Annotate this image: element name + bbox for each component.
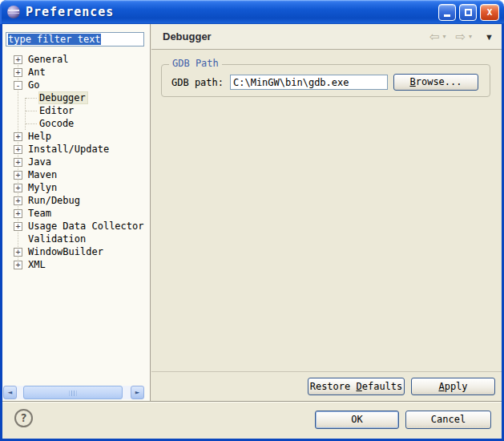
help-icon[interactable]: ?: [14, 409, 33, 427]
expand-icon[interactable]: +: [14, 248, 22, 257]
tree-item-maven[interactable]: + Maven: [2, 168, 149, 181]
title-bar[interactable]: Preferences X: [0, 0, 504, 24]
dialog-button-bar: ? OK Cancel: [2, 401, 502, 439]
restore-defaults-button[interactable]: Restore Defaults: [308, 378, 405, 395]
preferences-dialog: Preferences X type filter text + General…: [0, 0, 504, 441]
expand-icon[interactable]: +: [14, 145, 22, 154]
tree-item-go[interactable]: - Go: [2, 79, 149, 91]
tree-item-label: Editor: [38, 105, 76, 117]
filter-text: type filter text: [8, 34, 101, 45]
tree-item-usage-data-collector[interactable]: + Usage Data Collector: [2, 220, 149, 233]
back-arrow-icon[interactable]: ⇦: [429, 30, 440, 42]
tree-connector: [26, 123, 37, 124]
tree-item-team[interactable]: + Team: [2, 207, 149, 220]
forward-dropdown-icon[interactable]: ▾: [469, 33, 472, 40]
apply-button[interactable]: Apply: [411, 378, 495, 395]
tree-item-label: Gocode: [38, 118, 76, 130]
scrollbar-thumb[interactable]: [23, 386, 123, 399]
expand-icon[interactable]: +: [14, 184, 22, 192]
expand-icon[interactable]: +: [14, 171, 22, 180]
tree-item-label: XML: [27, 259, 48, 271]
expand-icon[interactable]: +: [14, 222, 22, 231]
view-menu-icon[interactable]: ▼: [485, 32, 494, 42]
tree-item-label: Usage Data Collector: [27, 220, 147, 233]
preferences-tree: + General + Ant - Go Debugger Editor: [2, 53, 149, 271]
tree-item-label: Maven: [27, 169, 59, 181]
scroll-right-arrow-icon[interactable]: ►: [131, 386, 144, 399]
horizontal-scrollbar[interactable]: ◄ ►: [3, 386, 144, 399]
maximize-icon: [465, 9, 472, 16]
tree-item-label: Install/Update: [27, 144, 111, 156]
expand-icon[interactable]: +: [14, 209, 22, 218]
tree-item-general[interactable]: + General: [2, 53, 149, 66]
tree-item-gocode[interactable]: Gocode: [2, 117, 149, 130]
expand-icon[interactable]: +: [14, 158, 22, 167]
tree-item-label: Validation: [27, 233, 88, 245]
scrollbar-track[interactable]: [123, 386, 131, 399]
tree-item-windowbuilder[interactable]: + WindowBuilder: [2, 245, 149, 258]
expand-icon[interactable]: +: [14, 132, 22, 141]
tree-item-mylyn[interactable]: + Mylyn: [2, 181, 149, 194]
button-separator: [151, 371, 502, 372]
gdb-path-input[interactable]: [230, 75, 388, 90]
tree-item-ant[interactable]: + Ant: [2, 66, 149, 79]
tree-connector: [26, 111, 37, 111]
preferences-tree-panel: type filter text + General + Ant - Go: [2, 24, 151, 401]
page-title: Debugger: [163, 30, 212, 42]
tree-item-help[interactable]: + Help: [2, 130, 149, 143]
browse-button[interactable]: Browse...: [393, 74, 478, 91]
scroll-left-arrow-icon[interactable]: ◄: [3, 386, 17, 399]
tree-item-label: Mylyn: [27, 182, 59, 194]
close-button[interactable]: X: [480, 4, 499, 21]
window-title: Preferences: [26, 5, 114, 19]
minimize-button[interactable]: [438, 4, 456, 21]
tree-item-java[interactable]: + Java: [2, 156, 149, 168]
preference-page-panel: Debugger ⇦ ▾ ⇨ ▾ ▼ GDB Path GDB path: Br…: [151, 24, 502, 401]
tree-item-debugger[interactable]: Debugger: [2, 91, 149, 104]
expand-icon[interactable]: +: [14, 68, 22, 77]
maximize-button[interactable]: [459, 4, 477, 21]
tree-item-validation[interactable]: Validation: [2, 233, 149, 245]
minimize-icon: [444, 14, 450, 17]
tree-item-label: Ant: [27, 67, 48, 79]
tree-item-label: Run/Debug: [27, 195, 83, 207]
expand-icon[interactable]: +: [14, 196, 22, 205]
tree-item-label: Go: [27, 79, 42, 91]
page-header: Debugger ⇦ ▾ ⇨ ▾ ▼: [151, 24, 502, 50]
tree-item-label: Debugger: [38, 91, 88, 104]
filter-input[interactable]: type filter text: [6, 32, 144, 47]
gdb-path-label: GDB path:: [171, 77, 224, 88]
tree-item-editor[interactable]: Editor: [2, 104, 149, 117]
tree-item-label: Java: [27, 156, 54, 168]
expand-icon[interactable]: +: [14, 261, 22, 269]
cancel-button[interactable]: Cancel: [405, 411, 491, 429]
tree-item-install-update[interactable]: + Install/Update: [2, 143, 149, 156]
ok-button[interactable]: OK: [315, 411, 399, 429]
dialog-body: type filter text + General + Ant - Go: [0, 24, 504, 441]
tree-item-xml[interactable]: + XML: [2, 258, 149, 271]
tree-item-label: Team: [27, 208, 54, 220]
collapse-icon[interactable]: -: [14, 81, 22, 90]
gdb-path-group: GDB Path GDB path: Browse...: [161, 64, 490, 97]
forward-arrow-icon[interactable]: ⇨: [456, 30, 466, 42]
tree-item-label: General: [27, 54, 71, 66]
tree-item-label: Help: [27, 131, 54, 143]
tree-item-run-debug[interactable]: + Run/Debug: [2, 194, 149, 207]
back-dropdown-icon[interactable]: ▾: [443, 33, 446, 40]
eclipse-logo-icon: [7, 6, 20, 18]
expand-icon[interactable]: +: [14, 55, 22, 64]
tree-connector: [26, 98, 37, 99]
group-title: GDB Path: [169, 58, 222, 69]
tree-item-label: WindowBuilder: [27, 246, 106, 258]
